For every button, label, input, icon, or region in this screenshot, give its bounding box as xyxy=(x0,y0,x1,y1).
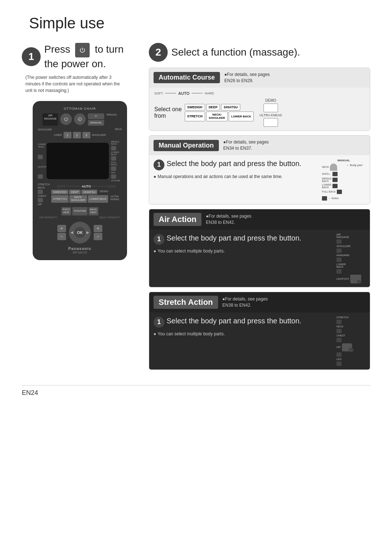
en-label: EN24 xyxy=(22,389,38,397)
leg-stretch-btn[interactable] xyxy=(336,362,342,366)
air-step: 1 Select the body part and press the but… xyxy=(154,233,333,245)
neck-stretch-btn[interactable] xyxy=(336,329,342,333)
manual-diagram: MANUAL NECK SHOU... xyxy=(322,159,366,201)
swedish-btn[interactable]: SWEDISH xyxy=(51,190,68,194)
air-body: 1 Select the body part and press the but… xyxy=(149,230,370,287)
neck-label: NECK xyxy=(115,128,122,131)
neck-shoulder-btn[interactable]: NECK/SHOULDER xyxy=(69,195,87,203)
left-plus-btn[interactable]: + xyxy=(57,225,66,232)
air-massage-btn[interactable]: AIRMASSAGE xyxy=(42,113,58,125)
panasonic-label: Panasonic xyxy=(38,246,122,251)
page-title: Simple use xyxy=(29,15,370,32)
user-btn-3[interactable]: 3 xyxy=(82,132,90,138)
full-back-label: FULL BACK xyxy=(322,190,336,193)
soft-label: SOFT xyxy=(57,185,66,188)
chest-label: CHEST xyxy=(38,195,50,197)
stretch-part-label: STRETCH xyxy=(336,316,366,319)
shiatsu-course-btn[interactable]: SHIATSU xyxy=(221,104,240,110)
shoulder-part-btn[interactable] xyxy=(332,172,338,176)
tap-btn[interactable] xyxy=(322,196,327,201)
logo-button[interactable] xyxy=(74,113,86,125)
stretch-btn[interactable] xyxy=(38,190,43,194)
right-minus-btn[interactable]: − xyxy=(94,233,102,240)
shoulder-air-btn[interactable] xyxy=(336,249,342,253)
manual-note: ●For details, see pages EN34 to EN37. xyxy=(223,139,269,152)
back-heat-btn[interactable]: BACKHEAT xyxy=(89,207,98,215)
hip-stretch-btn[interactable] xyxy=(336,352,342,357)
stretch-bullet: You can select multiple body parts. xyxy=(154,331,333,337)
right-plus-btn[interactable]: + xyxy=(94,225,102,232)
manual-label: MANUAL xyxy=(106,113,117,116)
stretch-course-btn[interactable]: STRETCH xyxy=(185,112,205,121)
stretch-body: 1 Select the body part and press the but… xyxy=(149,312,370,370)
demo-btn[interactable] xyxy=(264,104,278,112)
handarm-btn[interactable] xyxy=(336,258,342,262)
stretch-part-btn[interactable] xyxy=(336,320,342,324)
lower-back-part-btn[interactable] xyxy=(332,184,338,188)
remote-btn2[interactable]: MANUAL xyxy=(88,120,104,126)
side-btn-lower-back[interactable] xyxy=(38,155,43,159)
left-minus-btn[interactable]: − xyxy=(57,233,66,240)
intensity-soft: SOFT xyxy=(154,92,163,95)
user-btn-2[interactable]: 2 xyxy=(73,132,81,138)
chest-btn[interactable] xyxy=(38,198,43,202)
side-btn-middle-back[interactable] xyxy=(111,146,116,150)
lower-back-course-btn2[interactable]: LOWER BACK xyxy=(229,112,254,121)
remote-control: OTTOMAN CHAIR AIRMASSAGE ↩ MANUAL MANUAL xyxy=(33,101,127,260)
side-btn-leg-foot[interactable] xyxy=(38,174,43,179)
lower-back-course-btn[interactable]: LOWER BACK xyxy=(88,195,109,203)
foot-heat-btn[interactable]: FOOTHEAT xyxy=(61,207,71,215)
ultra-knead: ULTRA KNEAD xyxy=(260,113,282,117)
air-step-num: 1 xyxy=(154,234,164,245)
air-desc: Select the body part and press the butto… xyxy=(167,233,301,243)
user-label: USER xyxy=(54,133,62,137)
right-pm-col: + − xyxy=(94,225,102,240)
hip-illustration xyxy=(342,343,352,351)
side-btn-lower-back2[interactable] xyxy=(111,156,116,161)
step1-column: 1 Press to turnthe power on. (The power … xyxy=(22,43,138,260)
hip-stretch-label: HIP xyxy=(336,346,341,348)
stretch-title: Stretch Action xyxy=(154,296,218,309)
manual-diagram-label: MANUAL xyxy=(322,159,366,162)
hard-label: HARD xyxy=(107,185,116,188)
step1-badge: 1 xyxy=(22,47,41,66)
auto-label: AUTO xyxy=(82,185,91,188)
lower-back-air-label: LOWERBACK xyxy=(336,263,366,268)
chest-stretch-btn[interactable] xyxy=(336,338,342,342)
course-btn-group2: STRETCH NECK/SHOULDER LOWER BACK ULTRAKN… xyxy=(51,195,122,203)
step1-title: Press to turnthe power on. xyxy=(44,43,124,70)
power-icon xyxy=(75,43,90,57)
manual-body: 1 Select the body part and press the but… xyxy=(149,155,370,204)
deep-course-btn[interactable]: DEEP xyxy=(206,104,220,110)
demo-side-label: DEMO xyxy=(99,190,108,194)
leg-stretch-label: LEG xyxy=(336,358,366,360)
ok-ring: ◀ ▶ OK xyxy=(69,222,91,243)
step2-badge: 2 xyxy=(149,43,168,62)
air-massage-part-btn[interactable] xyxy=(336,239,342,244)
intensity-auto: AUTO xyxy=(178,91,189,96)
user-btn-1[interactable]: 1 xyxy=(64,132,72,138)
middle-back-btn[interactable] xyxy=(332,178,338,182)
neck-shoulder-course-btn[interactable]: NECK/SHOULDER xyxy=(206,112,228,121)
stretch-step-num: 1 xyxy=(154,317,164,328)
bottom-bar: EN24 xyxy=(22,385,370,397)
stretch-course-btn[interactable]: STRETCH xyxy=(51,195,69,203)
side-btn-full-back[interactable] xyxy=(111,166,116,171)
manual-desc: Select the body part and press the butto… xyxy=(167,159,301,168)
lower-back-air-btn[interactable] xyxy=(336,269,342,274)
position-btn[interactable]: POSITION xyxy=(72,207,87,215)
power-button[interactable] xyxy=(60,113,72,125)
neck-illustration xyxy=(330,163,337,171)
remote-screen xyxy=(46,143,109,179)
ultra-btn[interactable] xyxy=(264,118,278,127)
neck-stretch-label: NECK xyxy=(336,325,366,328)
shiatsu-btn[interactable]: SHIATSU xyxy=(81,190,97,194)
side-btn-tap[interactable] xyxy=(111,174,116,179)
swedish-course-btn[interactable]: SWEDISH xyxy=(185,104,205,110)
remote-btn1[interactable]: ↩ xyxy=(88,113,104,119)
deep-btn[interactable]: DEEP xyxy=(69,190,81,194)
stretch-text: 1 Select the body part and press the but… xyxy=(154,316,333,337)
right-arrow: ▶ xyxy=(86,230,89,234)
full-back-btn[interactable] xyxy=(337,190,342,194)
bottom-btn-row: FOOTHEAT POSITION BACKHEAT xyxy=(38,207,122,215)
